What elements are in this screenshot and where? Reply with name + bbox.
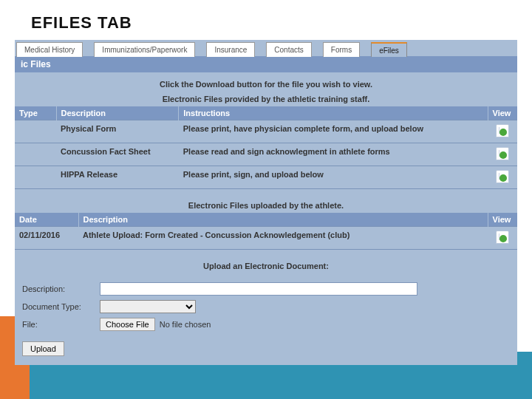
uploaded-files-table: Date Description View 02/11/2016 Athlete… — [15, 213, 517, 250]
download-icon[interactable] — [496, 170, 509, 183]
cell-type — [15, 120, 56, 143]
doctype-select[interactable] — [100, 300, 196, 313]
download-icon[interactable] — [496, 231, 509, 244]
upload-form: Description: Document Type: File: Choose… — [15, 273, 517, 361]
table-row: 02/11/2016 Athlete Upload: Form Created … — [15, 227, 517, 250]
table-row: Concussion Fact Sheet Please read and si… — [15, 143, 517, 166]
cell-instructions: Please print, sign, and upload below — [179, 166, 488, 189]
efiles-panel: ic Files Click the Download button for t… — [15, 56, 517, 365]
upload-button[interactable]: Upload — [22, 341, 64, 356]
app-panel: Medical History Immunizations/Paperwork … — [15, 40, 517, 365]
cell-date: 02/11/2016 — [15, 227, 78, 250]
tab-immunizations[interactable]: Immunizations/Paperwork — [94, 42, 195, 57]
description-input[interactable] — [100, 282, 417, 296]
uploaded-hint: Electronic Files uploaded by the athlete… — [15, 200, 517, 213]
cell-instructions: Please read and sign acknowlegment in at… — [179, 143, 488, 166]
provided-col-view: View — [488, 106, 517, 120]
cell-description: Athlete Upload: Form Created - Concussio… — [78, 227, 488, 250]
cell-description: Concussion Fact Sheet — [56, 143, 179, 166]
cell-type — [15, 143, 56, 166]
cell-type — [15, 166, 56, 189]
file-chosen-text: No file chosen — [160, 320, 211, 329]
choose-file-button[interactable]: Choose File — [100, 318, 155, 331]
cell-description: HIPPA Release — [56, 166, 179, 189]
table-row: Physical Form Please print, have physici… — [15, 120, 517, 143]
doctype-label: Document Type: — [22, 302, 100, 311]
provided-files-table: Type Description Instructions View Physi… — [15, 106, 517, 189]
tab-efiles[interactable]: eFiles — [371, 42, 407, 57]
download-icon[interactable] — [496, 124, 509, 137]
panel-title: ic Files — [15, 56, 517, 72]
uploaded-col-date: Date — [15, 213, 78, 227]
provided-col-instructions: Instructions — [179, 106, 488, 120]
uploaded-col-description: Description — [78, 213, 488, 227]
upload-doc-hint: Upload an Electronic Document: — [15, 260, 517, 273]
provided-col-description: Description — [56, 106, 179, 120]
slide-title: EFILES TAB — [0, 0, 532, 40]
download-icon[interactable] — [496, 147, 509, 160]
cell-description: Physical Form — [56, 120, 179, 143]
provided-col-type: Type — [15, 106, 56, 120]
tab-contacts[interactable]: Contacts — [266, 42, 311, 57]
file-label: File: — [22, 320, 100, 329]
table-row: HIPPA Release Please print, sign, and up… — [15, 166, 517, 189]
tab-insurance[interactable]: Insurance — [206, 42, 255, 57]
download-hint: Click the Download button for the file y… — [15, 72, 517, 93]
provided-hint: Electronic Files provided by the athleti… — [15, 93, 517, 106]
uploaded-col-view: View — [488, 213, 517, 227]
tab-medical-history[interactable]: Medical History — [16, 42, 83, 57]
description-label: Description: — [22, 284, 100, 293]
tab-forms[interactable]: Forms — [323, 42, 360, 57]
tab-bar: Medical History Immunizations/Paperwork … — [15, 40, 517, 56]
cell-instructions: Please print, have physician complete fo… — [179, 120, 488, 143]
